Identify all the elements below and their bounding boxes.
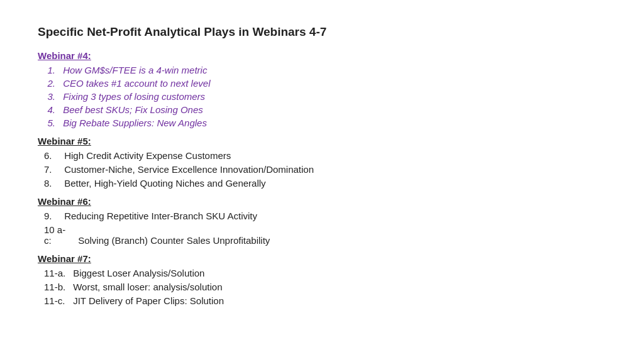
item-number: 2. bbox=[44, 78, 55, 89]
item-text: Reducing Repetitive Inter-Branch SKU Act… bbox=[64, 211, 257, 221]
item-text: How GM$s/FTEE is a 4-win metric bbox=[63, 65, 207, 75]
item-number: 11-a. bbox=[44, 268, 67, 278]
item-number: 6. bbox=[44, 150, 58, 161]
item-number: 10 a-c: bbox=[44, 224, 72, 246]
list-item: 5. Big Rebate Suppliers: New Angles bbox=[38, 118, 606, 128]
item-number: 8. bbox=[44, 178, 58, 189]
item-text: Solving (Branch) Counter Sales Unprofita… bbox=[78, 235, 270, 246]
list-item: 10 a-c: Solving (Branch) Counter Sales U… bbox=[38, 224, 606, 246]
webinar7-heading: Webinar #7: bbox=[38, 253, 606, 264]
webinar6-section: Webinar #6: 9. Reducing Repetitive Inter… bbox=[38, 196, 606, 246]
list-item: 4. Beef best SKUs; Fix Losing Ones bbox=[38, 104, 606, 115]
webinar6-heading: Webinar #6: bbox=[38, 196, 606, 207]
list-item: 1. How GM$s/FTEE is a 4-win metric bbox=[38, 65, 606, 75]
item-text: Better, High-Yield Quoting Niches and Ge… bbox=[64, 178, 265, 189]
list-item: 9. Reducing Repetitive Inter-Branch SKU … bbox=[38, 211, 606, 221]
webinar5-section: Webinar #5: 6. High Credit Activity Expe… bbox=[38, 136, 606, 189]
webinar4-section: Webinar #4: 1. How GM$s/FTEE is a 4-win … bbox=[38, 50, 606, 128]
item-text: Fixing 3 types of losing customers bbox=[63, 91, 205, 102]
list-item: 11-c. JIT Delivery of Paper Clips: Solut… bbox=[38, 295, 606, 306]
item-text: CEO takes #1 account to next level bbox=[63, 78, 210, 89]
item-text: Beef best SKUs; Fix Losing Ones bbox=[63, 104, 203, 115]
item-number: 9. bbox=[44, 211, 58, 221]
list-item: 8. Better, High-Yield Quoting Niches and… bbox=[38, 178, 606, 189]
item-number: 3. bbox=[44, 91, 55, 102]
page-title: Specific Net-Profit Analytical Plays in … bbox=[38, 25, 606, 39]
list-item: 11-a. Biggest Loser Analysis/Solution bbox=[38, 268, 606, 278]
item-text: High Credit Activity Expense Customers bbox=[64, 150, 231, 161]
item-number: 11-c. bbox=[44, 295, 67, 306]
webinar7-list: 11-a. Biggest Loser Analysis/Solution 11… bbox=[38, 268, 606, 306]
item-text: Big Rebate Suppliers: New Angles bbox=[63, 118, 207, 128]
webinar7-section: Webinar #7: 11-a. Biggest Loser Analysis… bbox=[38, 253, 606, 306]
list-item: 3. Fixing 3 types of losing customers bbox=[38, 91, 606, 102]
item-text: Biggest Loser Analysis/Solution bbox=[73, 268, 204, 278]
webinar5-list: 6. High Credit Activity Expense Customer… bbox=[38, 150, 606, 189]
webinar5-heading: Webinar #5: bbox=[38, 136, 606, 146]
list-item: 7. Customer-Niche, Service Excellence In… bbox=[38, 164, 606, 175]
webinar6-list: 9. Reducing Repetitive Inter-Branch SKU … bbox=[38, 211, 606, 246]
list-item: 11-b. Worst, small loser: analysis/solut… bbox=[38, 282, 606, 292]
item-number: 4. bbox=[44, 104, 55, 115]
item-number: 5. bbox=[44, 118, 55, 128]
webinar4-list: 1. How GM$s/FTEE is a 4-win metric 2. CE… bbox=[38, 65, 606, 128]
item-number: 11-b. bbox=[44, 282, 67, 292]
list-item: 6. High Credit Activity Expense Customer… bbox=[38, 150, 606, 161]
item-number: 7. bbox=[44, 164, 58, 175]
webinar4-heading: Webinar #4: bbox=[38, 50, 91, 61]
item-text: Customer-Niche, Service Excellence Innov… bbox=[64, 164, 314, 175]
item-number: 1. bbox=[44, 65, 55, 75]
item-text: Worst, small loser: analysis/solution bbox=[73, 282, 222, 292]
list-item: 2. CEO takes #1 account to next level bbox=[38, 78, 606, 89]
item-text: JIT Delivery of Paper Clips: Solution bbox=[73, 295, 224, 306]
